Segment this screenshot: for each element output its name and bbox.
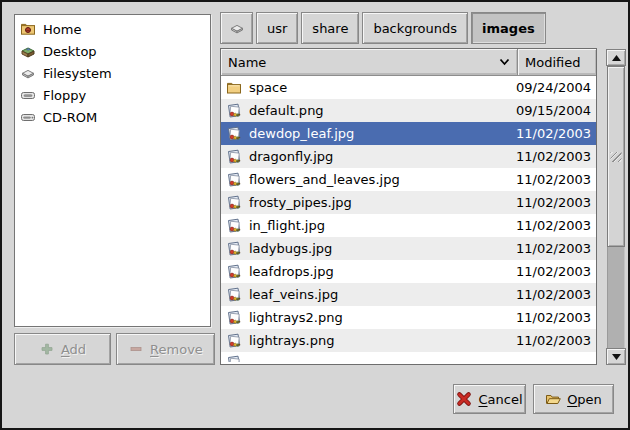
- file-modified: 11/02/2003: [513, 333, 596, 348]
- folder-icon: [226, 80, 242, 96]
- scroll-down-button[interactable]: [606, 348, 626, 365]
- file-name-cell: leaf_veins.jpg: [221, 287, 513, 303]
- file-name-cell: [221, 352, 513, 362]
- file-name-cell: dragonfly.jpg: [221, 149, 513, 165]
- file-name-cell: lightrays.png: [221, 333, 513, 349]
- open-button[interactable]: Open: [533, 384, 614, 414]
- place-label: Floppy: [43, 88, 86, 103]
- image-icon: [226, 241, 242, 257]
- add-icon: [39, 341, 55, 357]
- file-modified: 11/02/2003: [513, 218, 596, 233]
- image-icon: [226, 195, 242, 211]
- file-row[interactable]: leaf_veins.jpg11/02/2003: [221, 283, 596, 306]
- scrollbar-thumb[interactable]: [607, 66, 625, 247]
- filesystem-icon: [20, 65, 36, 81]
- file-row[interactable]: frosty_pipes.jpg11/02/2003: [221, 191, 596, 214]
- image-icon: [226, 149, 242, 165]
- arrow-down-icon: [612, 354, 621, 360]
- path-root-button[interactable]: [220, 12, 253, 44]
- scrollbar-track[interactable]: [607, 66, 625, 348]
- place-label: CD-ROM: [43, 110, 97, 125]
- button-label: Add: [61, 342, 86, 357]
- file-row[interactable]: lightrays2.png11/02/2003: [221, 306, 596, 329]
- file-modified: 11/02/2003: [513, 195, 596, 210]
- cancel-button[interactable]: Cancel: [453, 384, 526, 414]
- file-name: default.png: [249, 103, 324, 118]
- file-modified: 09/24/2004: [513, 80, 596, 95]
- path-button-backgrounds[interactable]: backgrounds: [362, 12, 468, 44]
- file-name: dragonfly.jpg: [249, 149, 333, 164]
- file-name-cell: space: [221, 80, 513, 96]
- button-label: Remove: [150, 342, 203, 357]
- button-label: Cancel: [478, 392, 522, 407]
- file-name-cell: leafdrops.jpg: [221, 264, 513, 280]
- file-modified: 09/15/2004: [513, 103, 596, 118]
- file-name: dewdop_leaf.jpg: [249, 126, 354, 141]
- file-name-cell: default.png: [221, 103, 513, 119]
- file-list-header: Name Modified: [221, 49, 596, 76]
- place-item-cd-rom[interactable]: CD-ROM: [17, 106, 208, 128]
- file-modified: 11/02/2003: [513, 287, 596, 302]
- home-icon: [20, 21, 36, 37]
- remove-icon: [128, 341, 144, 357]
- file-row[interactable]: ladybugs.jpg11/02/2003: [221, 237, 596, 260]
- image-icon: [226, 287, 242, 303]
- file-row[interactable]: dewdop_leaf.jpg11/02/2003: [221, 122, 596, 145]
- image-icon: [226, 103, 242, 119]
- column-header-modified[interactable]: Modified: [518, 49, 596, 76]
- file-row[interactable]: in_flight.jpg11/02/2003: [221, 214, 596, 237]
- path-button-usr[interactable]: usr: [256, 12, 298, 44]
- file-modified: 11/02/2003: [513, 126, 596, 141]
- file-list: Name Modified space09/24/2004default.png…: [220, 48, 597, 365]
- place-label: Filesystem: [43, 66, 112, 81]
- place-item-filesystem[interactable]: Filesystem: [17, 62, 208, 84]
- file-name: frosty_pipes.jpg: [249, 195, 352, 210]
- image-icon: [226, 218, 242, 234]
- file-row[interactable]: default.png09/15/2004: [221, 99, 596, 122]
- cancel-icon: [456, 391, 472, 407]
- column-header-name[interactable]: Name: [221, 49, 518, 76]
- file-modified: 11/02/2003: [513, 310, 596, 325]
- image-icon: [226, 333, 242, 349]
- place-item-floppy[interactable]: Floppy: [17, 84, 208, 106]
- path-button-images[interactable]: images: [471, 12, 546, 44]
- image-icon: [226, 264, 242, 280]
- file-row[interactable]: dragonfly.jpg11/02/2003: [221, 145, 596, 168]
- desktop-icon: [20, 43, 36, 59]
- remove-button[interactable]: Remove: [116, 333, 215, 365]
- scroll-up-button[interactable]: [606, 49, 626, 66]
- column-name-label: Name: [228, 55, 266, 70]
- file-row[interactable]: leafdrops.jpg11/02/2003: [221, 260, 596, 283]
- file-modified: 11/02/2003: [513, 264, 596, 279]
- file-name-cell: frosty_pipes.jpg: [221, 195, 513, 211]
- file-name-cell: ladybugs.jpg: [221, 241, 513, 257]
- file-name-cell: dewdop_leaf.jpg: [221, 126, 513, 142]
- file-rows: space09/24/2004default.png09/15/2004dewd…: [221, 76, 596, 362]
- file-row[interactable]: space09/24/2004: [221, 76, 596, 99]
- file-row[interactable]: flowers_and_leaves.jpg11/02/2003: [221, 168, 596, 191]
- places-list: HomeDesktopFilesystemFloppyCD-ROM: [14, 14, 211, 327]
- floppy-icon: [20, 87, 36, 103]
- file-name-cell: in_flight.jpg: [221, 218, 513, 234]
- open-folder-icon: [545, 391, 561, 407]
- file-name: in_flight.jpg: [249, 218, 325, 233]
- image-icon: [226, 355, 242, 362]
- file-name: ladybugs.jpg: [249, 241, 332, 256]
- file-row[interactable]: lightrays.png11/02/2003: [221, 329, 596, 352]
- file-name: flowers_and_leaves.jpg: [249, 172, 400, 187]
- path-button-share[interactable]: share: [301, 12, 359, 44]
- file-name-cell: lightrays2.png: [221, 310, 513, 326]
- file-row[interactable]: [221, 352, 596, 362]
- place-label: Desktop: [43, 44, 97, 59]
- file-modified: 11/02/2003: [513, 149, 596, 164]
- file-name: leaf_veins.jpg: [249, 287, 338, 302]
- place-item-home[interactable]: Home: [17, 18, 208, 40]
- add-button[interactable]: Add: [14, 333, 111, 365]
- place-item-desktop[interactable]: Desktop: [17, 40, 208, 62]
- column-modified-label: Modified: [525, 55, 580, 70]
- file-name-cell: flowers_and_leaves.jpg: [221, 172, 513, 188]
- file-modified: 11/02/2003: [513, 172, 596, 187]
- file-name: space: [249, 80, 287, 95]
- vertical-scrollbar: [606, 49, 626, 365]
- path-bar: usrsharebackgroundsimages: [220, 12, 546, 44]
